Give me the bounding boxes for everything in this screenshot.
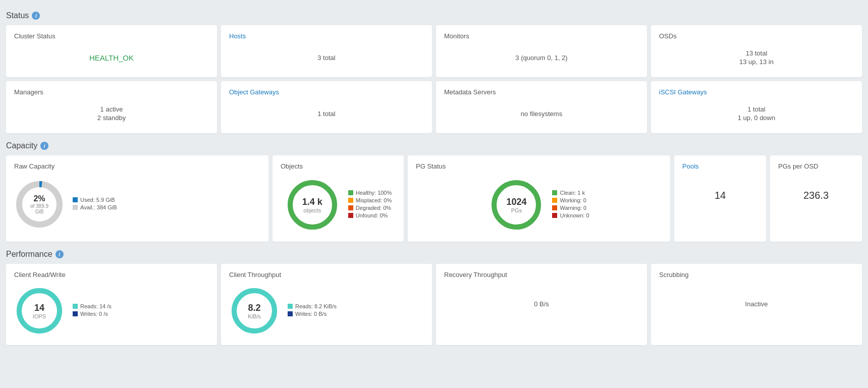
pg-sub: PGs xyxy=(506,207,526,213)
legend-avail: Avail.: 384 GiB xyxy=(73,204,117,210)
objects-unfound-box xyxy=(348,213,353,218)
pgs-per-osd-title: PGs per OSD xyxy=(778,162,854,170)
pg-working: Working: 0 xyxy=(552,197,589,203)
client-throughput-sub: KiB/s xyxy=(248,313,261,319)
iscsi-gateways-card: iSCSI Gateways 1 total 1 up, 0 down xyxy=(651,81,862,133)
objects-unfound: Unfound: 0% xyxy=(348,212,392,218)
client-throughput-content: 8.2 KiB/s Reads: 8.2 KiB/s Writes: 0 B/s xyxy=(229,284,424,338)
objects-healthy-box xyxy=(348,190,353,195)
client-rw-writes: Writes: 0 /s xyxy=(73,311,112,317)
managers-title: Managers xyxy=(14,88,209,96)
capacity-info-icon[interactable]: i xyxy=(40,142,48,150)
objects-misplaced-box xyxy=(348,198,353,203)
scrubbing-title: Scrubbing xyxy=(659,271,854,279)
client-throughput-card: Client Throughput 8.2 KiB/s Reads: 8.2 K… xyxy=(221,264,432,345)
objects-sub: objects xyxy=(302,207,322,213)
iscsi-value2: 1 up, 0 down xyxy=(738,114,775,122)
client-rw-label: 14 IOPS xyxy=(33,303,46,319)
objects-healthy-label: Healthy: 100% xyxy=(356,190,392,196)
status-section-header: Status i xyxy=(6,11,862,20)
client-rw-circle: 14 IOPS xyxy=(14,286,65,336)
objects-donut-label: 1.4 k objects xyxy=(302,197,322,213)
status-info-icon[interactable]: i xyxy=(32,12,40,20)
client-rw-title: Client Read/Write xyxy=(14,271,209,279)
client-throughput-title: Client Throughput xyxy=(229,271,424,279)
recovery-throughput-value: 0 B/s xyxy=(534,300,549,308)
pools-value: 14 xyxy=(715,190,726,201)
hosts-title[interactable]: Hosts xyxy=(229,32,424,40)
legend-avail-box xyxy=(73,205,78,210)
pools-title[interactable]: Pools xyxy=(682,162,758,170)
pg-value: 1024 xyxy=(506,197,526,207)
hosts-card: Hosts 3 total xyxy=(221,25,432,77)
pgs-per-osd-card: PGs per OSD 236.3 xyxy=(770,155,862,242)
objects-degraded-box xyxy=(348,205,353,210)
pg-clean-label: Clean: 1 k xyxy=(560,190,585,196)
pg-status-title: PG Status xyxy=(416,162,662,170)
performance-row: Client Read/Write 14 IOPS Reads: 14 /s xyxy=(6,264,862,345)
pg-legend: Clean: 1 k Working: 0 Warning: 0 Unknown… xyxy=(552,190,589,220)
cluster-status-card: Cluster Status HEALTH_OK xyxy=(6,25,217,77)
objects-unfound-label: Unfound: 0% xyxy=(356,212,388,218)
metadata-servers-card: Metadata Servers no filesystems xyxy=(436,81,647,133)
raw-capacity-percent: 2% xyxy=(27,194,52,203)
client-rw-sub: IOPS xyxy=(33,313,46,319)
pg-warning: Warning: 0 xyxy=(552,205,589,211)
tp-reads-box xyxy=(288,304,293,309)
raw-capacity-content: 2% of 389.9 GiB Used: 5.9 GiB Avail.: 38… xyxy=(14,175,260,234)
pg-unknown-box xyxy=(552,213,557,218)
objects-card: Objects 1.4 k objects Healthy: 100% Mi xyxy=(273,155,404,242)
legend-avail-label: Avail.: 384 GiB xyxy=(80,204,117,210)
capacity-section-header: Capacity i xyxy=(6,141,862,150)
object-gateways-card: Object Gateways 1 total xyxy=(221,81,432,133)
status-label: Status xyxy=(6,11,29,20)
objects-title: Objects xyxy=(281,162,396,170)
raw-capacity-title: Raw Capacity xyxy=(14,162,260,170)
tp-writes-label: Writes: 0 B/s xyxy=(295,311,327,317)
capacity-label: Capacity xyxy=(6,141,37,150)
monitors-card: Monitors 3 (quorum 0, 1, 2) xyxy=(436,25,647,77)
iscsi-gateways-title[interactable]: iSCSI Gateways xyxy=(659,88,854,96)
legend-used-label: Used: 5.9 GiB xyxy=(80,197,115,203)
scrubbing-card: Scrubbing Inactive xyxy=(651,264,862,345)
recovery-throughput-card: Recovery Throughput 0 B/s xyxy=(436,264,647,345)
pg-warning-box xyxy=(552,205,557,210)
client-throughput-circle: 8.2 KiB/s xyxy=(229,286,280,336)
pg-donut-label: 1024 PGs xyxy=(506,197,526,213)
metadata-servers-title: Metadata Servers xyxy=(444,88,639,96)
osds-card: OSDs 13 total 13 up, 13 in xyxy=(651,25,862,77)
objects-misplaced: Misplaced: 0% xyxy=(348,197,392,203)
pg-warning-label: Warning: 0 xyxy=(560,205,586,211)
pg-unknown: Unknown: 0 xyxy=(552,212,589,218)
pg-working-label: Working: 0 xyxy=(560,197,586,203)
managers-active: 1 active xyxy=(100,105,123,113)
pg-status-content: 1024 PGs Clean: 1 k Working: 0 Warning: … xyxy=(416,175,662,235)
tp-writes-box xyxy=(288,311,293,316)
pg-clean-box xyxy=(552,190,557,195)
object-gateways-title[interactable]: Object Gateways xyxy=(229,88,424,96)
legend-used-box xyxy=(73,197,78,202)
client-rw-card: Client Read/Write 14 IOPS Reads: 14 /s xyxy=(6,264,217,345)
objects-degraded: Degraded: 0% xyxy=(348,205,392,211)
objects-misplaced-label: Misplaced: 0% xyxy=(356,197,392,203)
osds-value2: 13 up, 13 in xyxy=(739,58,774,66)
rw-reads-box xyxy=(73,304,78,309)
objects-legend: Healthy: 100% Misplaced: 0% Degraded: 0%… xyxy=(348,190,392,220)
client-rw-content: 14 IOPS Reads: 14 /s Writes: 0 /s xyxy=(14,284,209,338)
objects-value: 1.4 k xyxy=(302,197,322,207)
cluster-status-value: HEALTH_OK xyxy=(89,53,134,62)
rw-writes-label: Writes: 0 /s xyxy=(80,311,108,317)
capacity-row: Raw Capacity 2% of 389.9 GiB Used: 5.9 G… xyxy=(6,155,862,242)
throughput-writes: Writes: 0 B/s xyxy=(288,311,337,317)
objects-content: 1.4 k objects Healthy: 100% Misplaced: 0… xyxy=(281,175,396,235)
raw-capacity-donut: 2% of 389.9 GiB xyxy=(14,179,65,230)
pg-status-card: PG Status 1024 PGs Clean: 1 k Working: xyxy=(408,155,670,242)
pgs-per-osd-value: 236.3 xyxy=(803,190,829,201)
pools-card: Pools 14 xyxy=(674,155,766,242)
pg-unknown-label: Unknown: 0 xyxy=(560,212,589,218)
objects-donut: 1.4 k objects xyxy=(285,177,340,233)
client-rw-reads: Reads: 14 /s xyxy=(73,303,112,309)
client-throughput-value: 8.2 xyxy=(248,303,261,313)
performance-info-icon[interactable]: i xyxy=(56,250,64,258)
cluster-status-title: Cluster Status xyxy=(14,32,209,40)
